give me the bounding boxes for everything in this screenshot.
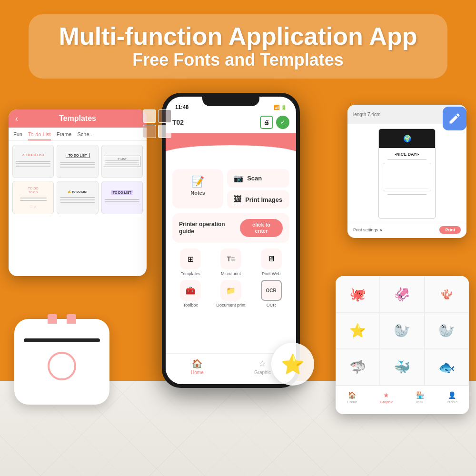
floating-widget[interactable]: ⭐: [271, 343, 314, 386]
print-web-label: Print Web: [262, 271, 280, 276]
print-settings-label: Print settings ∧: [353, 228, 383, 232]
document-print-label: Document print: [216, 303, 245, 307]
sticker-shark[interactable]: 🦈: [336, 349, 380, 386]
status-icons: 📶 🔋: [274, 105, 287, 110]
scan-label: Scan: [247, 175, 262, 182]
scan-print-column: 📷 Scan 🖼 Print Images: [227, 169, 289, 208]
shape-selector: [143, 109, 171, 138]
stickers-bottom-nav: 🏠 Home ★ Graphic 🏪 Mall 👤 Profile: [336, 386, 469, 409]
sticker-profile-icon: 👤: [448, 391, 456, 399]
template-card-6[interactable]: TO DO LIST: [101, 181, 143, 214]
sticker-jellyfish[interactable]: 🦑: [380, 276, 424, 313]
right-bottom-screen: 🐙 🦑 🪸 ⭐ 🦭 🦭 🦈 🐳 🐟 🏠 Home ★ Graphic 🏪 Mal…: [336, 276, 469, 414]
sticker-starfish[interactable]: ⭐: [336, 313, 380, 349]
left-screen: ‹ Templates Fun To-do List Frame Sche...…: [9, 109, 147, 276]
sticker-nav-home[interactable]: 🏠 Home: [347, 391, 357, 404]
print-settings-bar: Print settings ∧ Print: [347, 224, 466, 236]
app-bar: T02 🖨 ✓: [166, 114, 296, 133]
app-bar-title: T02: [172, 119, 184, 126]
templates-label: Templates: [181, 271, 200, 276]
shape-dark[interactable]: [158, 109, 171, 123]
notes-feature[interactable]: 📝 Notes: [172, 169, 223, 208]
graphic-nav-label: Graphic: [254, 370, 271, 375]
main-phone: 11:48 📶 🔋 T02 🖨 ✓ 📝 Notes: [162, 93, 300, 388]
print-button[interactable]: Print: [439, 226, 461, 234]
notes-label: Notes: [190, 190, 205, 196]
sticker-coral[interactable]: 🪸: [425, 276, 469, 313]
nav-graphic[interactable]: ☆ Graphic: [254, 358, 271, 375]
stickers-grid: 🐙 🦑 🪸 ⭐ 🦭 🦭 🦈 🐳 🐟: [336, 276, 469, 386]
template-card-3[interactable]: ✈ LIST: [101, 145, 143, 178]
printer-tab-right: [67, 314, 76, 324]
click-enter-label: click to enter: [252, 222, 270, 234]
sticker-seal2[interactable]: 🦭: [425, 313, 469, 349]
left-screen-title: Templates: [59, 114, 96, 123]
pink-wave: [166, 133, 296, 159]
tab-todo[interactable]: To-do List: [28, 131, 51, 140]
print-icon[interactable]: 🖨: [260, 116, 273, 129]
feature-row: 📝 Notes 📷 Scan 🖼 Print Images: [172, 169, 289, 208]
templates-app[interactable]: ⊞ Templates: [172, 248, 209, 276]
sticker-nav-profile[interactable]: 👤 Profile: [446, 391, 457, 404]
template-card-1[interactable]: ✓ TO DO LIST: [12, 145, 54, 178]
micro-print-app[interactable]: T≡ Micro print: [213, 248, 249, 276]
graphic-nav-icon: ☆: [258, 358, 266, 369]
write-icon-button[interactable]: [443, 107, 466, 130]
sticker-octopus[interactable]: 🐙: [336, 276, 380, 313]
click-enter-button[interactable]: click to enter: [240, 219, 283, 237]
check-icon[interactable]: ✓: [276, 116, 289, 129]
template-card-2[interactable]: TO DO LIST: [57, 145, 98, 178]
doc-top-dark: 🌍: [379, 129, 435, 148]
header-banner: Multi-function Application App Free Font…: [29, 14, 447, 79]
back-button[interactable]: ‹: [15, 114, 18, 124]
sticker-mall-icon: 🏪: [416, 391, 424, 399]
printer-guide-banner[interactable]: Printer operation guide click to enter: [172, 213, 289, 243]
left-screen-tabs: Fun To-do List Frame Sche...: [9, 128, 147, 141]
header-subtitle: Free Fonts and Templates: [52, 50, 424, 70]
app-bar-icons: 🖨 ✓: [260, 116, 289, 129]
print-web-app[interactable]: 🖥 Print Web: [253, 248, 289, 276]
micro-print-label: Micro print: [221, 271, 241, 276]
nav-home[interactable]: 🏠 Home: [191, 358, 204, 375]
header-title: Multi-function Application App: [52, 23, 424, 50]
template-card-5[interactable]: ✍ TO DO LIST: [57, 181, 98, 214]
tab-frame[interactable]: Frame: [57, 131, 72, 140]
ocr-label: OCR: [267, 303, 276, 307]
app-grid: ⊞ Templates T≡ Micro print 🖥 Print Web 🧰…: [172, 248, 289, 307]
sticker-graphic-icon: ★: [383, 391, 389, 399]
star-icon: ⭐: [281, 353, 305, 376]
printer-button[interactable]: [48, 352, 76, 380]
sticker-nav-graphic[interactable]: ★ Graphic: [380, 391, 393, 404]
doc-preview: 🌍 -NICE DAY!-: [378, 129, 436, 219]
tab-fun[interactable]: Fun: [13, 131, 22, 140]
sticker-whale[interactable]: 🐳: [380, 349, 424, 386]
ocr-app[interactable]: OCR OCR: [253, 280, 289, 307]
template-card-4[interactable]: TO DO TO DO ♡ ✓: [12, 181, 54, 214]
shape-light2[interactable]: [158, 125, 171, 138]
print-images-button[interactable]: 🖼 Print Images: [227, 190, 289, 208]
nice-day-text: -NICE DAY!-: [395, 152, 419, 157]
phone-notch: [202, 93, 259, 106]
print-images-label: Print Images: [245, 196, 282, 203]
templates-grid: ✓ TO DO LIST TO DO LIST ✈ LIST: [9, 141, 147, 218]
sticker-seal[interactable]: 🦭: [380, 313, 424, 349]
left-screen-header: ‹ Templates: [9, 109, 147, 128]
printer-guide-text: Printer operation guide: [179, 221, 240, 236]
sticker-home-icon: 🏠: [348, 391, 356, 399]
app-content: 📝 Notes 📷 Scan 🖼 Print Images: [166, 159, 296, 316]
phone-screen: 11:48 📶 🔋 T02 🖨 ✓ 📝 Notes: [166, 97, 296, 384]
toolbox-app[interactable]: 🧰 Toolbox: [172, 280, 209, 307]
home-nav-icon: 🏠: [192, 358, 202, 369]
toolbox-icon: 🧰: [180, 280, 201, 301]
scan-button[interactable]: 📷 Scan: [227, 169, 289, 188]
tab-sche[interactable]: Sche...: [77, 131, 93, 140]
shape-med[interactable]: [143, 125, 156, 138]
sticker-fish[interactable]: 🐟: [425, 349, 469, 386]
sticker-nav-mall[interactable]: 🏪 Mall: [416, 391, 424, 404]
document-print-app[interactable]: 📁 Document print: [213, 280, 249, 307]
shape-light[interactable]: [143, 109, 156, 123]
printer-body: [14, 319, 109, 405]
ocr-icon: OCR: [261, 280, 282, 301]
printer-top-tabs: [48, 314, 76, 324]
print-web-icon: 🖥: [261, 248, 282, 269]
